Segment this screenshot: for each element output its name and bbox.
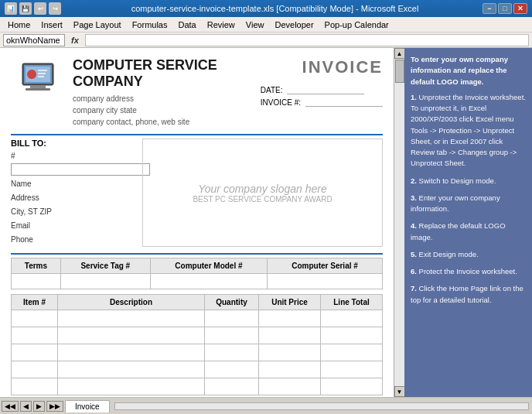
item-num-3[interactable] <box>12 344 58 361</box>
scroll-up-button[interactable]: ▲ <box>394 48 405 59</box>
toolbar-icon3[interactable]: ↪ <box>49 2 61 15</box>
menu-developer[interactable]: Developer <box>270 19 318 31</box>
step-5-text: Exit Design mode. <box>419 250 479 258</box>
tab-and-scroll-bar: ◀◀ ◀ ▶ ▶▶ Invoice <box>0 397 532 414</box>
item-desc-3[interactable] <box>58 344 205 361</box>
horizontal-scrollbar[interactable] <box>114 402 529 410</box>
service-serial-val[interactable] <box>268 274 383 289</box>
tab-prev-button[interactable]: ◀ <box>20 401 32 412</box>
scroll-track[interactable] <box>394 59 405 386</box>
invoice-tab[interactable]: Invoice <box>65 400 110 412</box>
tab-scroll-arrows: ◀◀ ◀ ▶ ▶▶ <box>0 399 65 413</box>
menu-review[interactable]: Review <box>203 19 240 31</box>
item-qty-4[interactable] <box>205 361 259 378</box>
bill-name-input[interactable] <box>11 163 150 176</box>
item-desc-1[interactable] <box>58 310 205 327</box>
item-desc-2[interactable] <box>58 327 205 344</box>
menu-data[interactable]: Data <box>173 19 200 31</box>
table-row <box>12 344 383 361</box>
step-4-text: Replace the default LOGO image. <box>411 221 506 241</box>
item-total-5[interactable] <box>321 378 383 395</box>
maximize-button[interactable]: □ <box>498 3 512 14</box>
scroll-thumb[interactable] <box>395 60 404 83</box>
toolbar-icon1[interactable]: 💾 <box>19 2 32 15</box>
scroll-down-button[interactable]: ▼ <box>394 386 405 397</box>
formula-input[interactable] <box>85 34 529 46</box>
date-value[interactable] <box>287 85 364 94</box>
tab-last-button[interactable]: ▶▶ <box>46 401 63 412</box>
service-header-tag: Service Tag # <box>60 258 150 274</box>
item-total-2[interactable] <box>321 327 383 344</box>
bill-hash: # <box>11 149 135 163</box>
tab-first-button[interactable]: ◀◀ <box>2 401 19 412</box>
tab-next-button[interactable]: ▶ <box>33 401 45 412</box>
service-model-val[interactable] <box>150 274 267 289</box>
item-num-4[interactable] <box>12 361 58 378</box>
menu-bar: Home Insert Page Layout Formulas Data Re… <box>0 17 532 33</box>
main-area: COMPUTER SERVICE COMPANY company address… <box>0 48 532 397</box>
company-info: COMPUTER SERVICE COMPANY company address… <box>73 57 261 128</box>
item-num-2[interactable] <box>12 327 58 344</box>
table-row <box>12 310 383 327</box>
bill-to-column: BILL TO: # Name Address City, ST ZIP Ema… <box>11 139 135 247</box>
menu-formulas[interactable]: Formulas <box>128 19 172 31</box>
item-qty-3[interactable] <box>205 344 259 361</box>
date-row: DATE: <box>261 85 383 94</box>
item-desc-4[interactable] <box>58 361 205 378</box>
fx-label: fx <box>68 36 82 45</box>
company-logo <box>15 60 61 102</box>
item-price-1[interactable] <box>259 310 321 327</box>
item-qty-1[interactable] <box>205 310 259 327</box>
slogan-sub: BEST PC SERVICE COMPANY AWARD <box>193 195 332 204</box>
item-qty-5[interactable] <box>205 378 259 395</box>
name-box[interactable] <box>3 34 65 46</box>
date-section: DATE: INVOICE #: <box>261 85 383 107</box>
bill-email: Email <box>11 219 135 233</box>
item-price-2[interactable] <box>259 327 321 344</box>
sidebar-step-1: 1. Unprotect the Invoice worksheet. To u… <box>411 92 526 169</box>
minimize-button[interactable]: − <box>483 3 496 14</box>
item-total-3[interactable] <box>321 344 383 361</box>
item-price-3[interactable] <box>259 344 321 361</box>
step-7-num: 7. <box>411 284 417 293</box>
toolbar-icon2[interactable]: ↩ <box>34 2 46 15</box>
menu-insert[interactable]: Insert <box>36 19 67 31</box>
item-price-5[interactable] <box>259 378 321 395</box>
item-num-1[interactable] <box>12 310 58 327</box>
company-address: company address <box>73 93 261 104</box>
date-label: DATE: <box>261 86 283 94</box>
window-controls: − □ ✕ <box>483 3 527 14</box>
sidebar-title: To enter your own company information an… <box>411 54 526 87</box>
item-total-1[interactable] <box>321 310 383 327</box>
app-icon: 📊 <box>5 2 17 15</box>
step-3-text: Enter your own company information. <box>411 193 500 213</box>
svg-rect-2 <box>30 85 46 88</box>
item-num-5[interactable] <box>12 378 58 395</box>
step-5-num: 5. <box>411 250 417 258</box>
svg-rect-8 <box>38 76 44 77</box>
item-desc-5[interactable] <box>58 378 205 395</box>
item-price-4[interactable] <box>259 361 321 378</box>
slogan-text: Your company slogan here <box>198 183 327 195</box>
close-button[interactable]: ✕ <box>513 3 527 14</box>
sidebar-step-2: 2. Switch to Design mode. <box>411 176 526 186</box>
company-name: COMPUTER SERVICE COMPANY <box>73 57 261 90</box>
item-qty-2[interactable] <box>205 327 259 344</box>
logo-area <box>11 57 65 104</box>
service-terms-val[interactable] <box>12 274 61 289</box>
service-table: Terms Service Tag # Computer Model # Com… <box>11 258 383 289</box>
table-row <box>12 327 383 344</box>
invoice-wrapper: COMPUTER SERVICE COMPANY company address… <box>3 51 390 397</box>
service-tag-val[interactable] <box>60 274 150 289</box>
menu-home[interactable]: Home <box>3 19 35 31</box>
step-6-num: 6. <box>411 267 417 275</box>
invoice-num-value[interactable] <box>305 98 383 107</box>
menu-view[interactable]: View <box>241 19 269 31</box>
item-total-4[interactable] <box>321 361 383 378</box>
menu-page-layout[interactable]: Page Layout <box>69 19 126 31</box>
bill-address: Address <box>11 191 135 205</box>
items-table: Item # Description Quantity Unit Price L… <box>11 294 383 395</box>
step-3-num: 3. <box>411 193 417 202</box>
menu-popup-calendar[interactable]: Pop-up Calendar <box>320 19 394 31</box>
step-2-num: 2. <box>411 176 417 185</box>
